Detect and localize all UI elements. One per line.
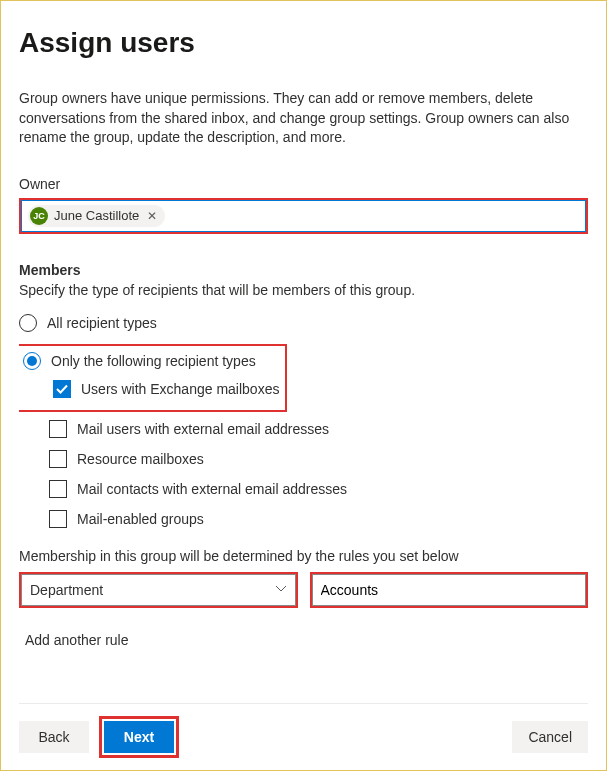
rule-attribute-highlight: Department [19,572,298,608]
add-another-rule[interactable]: Add another rule [25,632,129,648]
checkbox-mailusers[interactable]: Mail users with external email addresses [49,420,588,438]
checkbox-label: Users with Exchange mailboxes [81,381,279,397]
radio-label: All recipient types [47,315,157,331]
checkbox-icon[interactable] [53,380,71,398]
owner-label: Owner [19,176,588,192]
avatar: JC [30,207,48,225]
rule-value-input[interactable] [312,574,587,606]
checkbox-icon[interactable] [49,480,67,498]
rule-row: Department [19,572,588,608]
next-button[interactable]: Next [104,721,174,753]
chevron-down-icon [275,582,287,598]
rule-attribute-select[interactable]: Department [21,574,296,606]
checkbox-icon[interactable] [49,510,67,528]
owner-chip-name: June Castillote [54,208,139,223]
assign-users-panel: Assign users Group owners have unique pe… [0,0,607,771]
rule-attribute-value: Department [30,582,103,598]
checkbox-label: Mail-enabled groups [77,511,204,527]
radio-icon[interactable] [19,314,37,332]
radio-label: Only the following recipient types [51,353,256,369]
page-description: Group owners have unique permissions. Th… [19,89,588,148]
checkbox-label: Mail users with external email addresses [77,421,329,437]
checkbox-exchange[interactable]: Users with Exchange mailboxes [53,380,279,398]
radio-only-types[interactable]: Only the following recipient types [23,352,279,370]
checkbox-mailgroups[interactable]: Mail-enabled groups [49,510,588,528]
radio-icon[interactable] [23,352,41,370]
checkbox-label: Mail contacts with external email addres… [77,481,347,497]
rule-intro: Membership in this group will be determi… [19,548,588,564]
owner-input[interactable]: JC June Castillote ✕ [21,200,586,232]
radio-all-types[interactable]: All recipient types [19,314,588,332]
checkbox-resource[interactable]: Resource mailboxes [49,450,588,468]
next-highlight: Next [99,716,179,758]
checkbox-label: Resource mailboxes [77,451,204,467]
footer: Back Next Cancel [19,703,588,758]
selected-type-highlight: Only the following recipient types Users… [19,344,287,412]
page-title: Assign users [19,27,588,59]
checkbox-icon[interactable] [49,420,67,438]
remove-owner-icon[interactable]: ✕ [145,209,159,223]
owner-chip[interactable]: JC June Castillote ✕ [28,205,165,227]
owner-highlight: JC June Castillote ✕ [19,198,588,234]
members-description: Specify the type of recipients that will… [19,282,588,298]
checkbox-contacts[interactable]: Mail contacts with external email addres… [49,480,588,498]
members-heading: Members [19,262,588,278]
cancel-button[interactable]: Cancel [512,721,588,753]
rule-value-highlight [310,572,589,608]
back-button[interactable]: Back [19,721,89,753]
checkbox-icon[interactable] [49,450,67,468]
